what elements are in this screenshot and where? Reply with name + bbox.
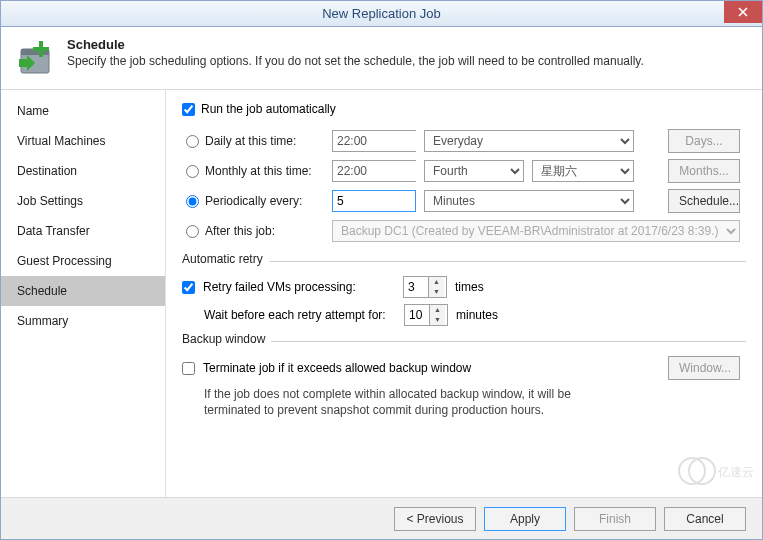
months-button[interactable]: Months...: [668, 159, 740, 183]
cancel-button[interactable]: Cancel: [664, 507, 746, 531]
run-auto-checkbox[interactable]: [182, 103, 195, 116]
retry-wait-input[interactable]: [405, 305, 429, 325]
sidebar: NameVirtual MachinesDestinationJob Setti…: [1, 90, 166, 497]
bw-checkbox[interactable]: [182, 362, 195, 375]
after-radio[interactable]: [186, 225, 199, 238]
days-button[interactable]: Days...: [668, 129, 740, 153]
retry-checkbox[interactable]: [182, 281, 195, 294]
monthly-dow-select[interactable]: 星期六: [532, 160, 634, 182]
dialog-window: New Replication Job Schedule Specify the…: [0, 0, 763, 540]
apply-button[interactable]: Apply: [484, 507, 566, 531]
previous-button[interactable]: < Previous: [394, 507, 476, 531]
retry-label: Retry failed VMs processing:: [203, 280, 395, 294]
close-icon: [738, 7, 748, 17]
spin-up[interactable]: ▲: [429, 277, 444, 287]
header-subtitle: Specify the job scheduling options. If y…: [67, 54, 644, 68]
bw-legend: Backup window: [182, 332, 265, 346]
bw-hint: If the job does not complete within allo…: [204, 386, 624, 418]
window-title: New Replication Job: [322, 6, 441, 21]
footer: < Previous Apply Finish Cancel: [1, 497, 762, 539]
spin-down[interactable]: ▼: [430, 315, 445, 325]
titlebar: New Replication Job: [1, 1, 762, 27]
main-panel: Run the job automatically Daily at this …: [166, 90, 762, 497]
sidebar-item-job-settings[interactable]: Job Settings: [1, 186, 165, 216]
close-button[interactable]: [724, 1, 762, 23]
periodic-radio[interactable]: [186, 195, 199, 208]
retry-wait-label: Wait before each retry attempt for:: [204, 308, 396, 322]
retry-legend: Automatic retry: [182, 252, 263, 266]
window-button[interactable]: Window...: [668, 356, 740, 380]
monthly-radio[interactable]: [186, 165, 199, 178]
sidebar-item-guest-processing[interactable]: Guest Processing: [1, 246, 165, 276]
header-title: Schedule: [67, 37, 644, 52]
sidebar-item-virtual-machines[interactable]: Virtual Machines: [1, 126, 165, 156]
schedule-icon: [15, 37, 57, 79]
daily-day-select[interactable]: Everyday: [424, 130, 634, 152]
sidebar-item-data-transfer[interactable]: Data Transfer: [1, 216, 165, 246]
finish-button[interactable]: Finish: [574, 507, 656, 531]
header: Schedule Specify the job scheduling opti…: [1, 27, 762, 90]
sidebar-item-summary[interactable]: Summary: [1, 306, 165, 336]
monthly-ord-select[interactable]: Fourth: [424, 160, 524, 182]
periodic-unit-select[interactable]: Minutes: [424, 190, 634, 212]
sidebar-item-schedule[interactable]: Schedule: [1, 276, 165, 306]
run-auto-label: Run the job automatically: [201, 102, 336, 116]
svg-rect-3: [33, 47, 49, 51]
periodic-value-input[interactable]: [332, 190, 416, 212]
bw-label: Terminate job if it exceeds allowed back…: [203, 361, 471, 375]
schedule-button[interactable]: Schedule...: [668, 189, 740, 213]
sidebar-item-name[interactable]: Name: [1, 96, 165, 126]
after-job-select[interactable]: Backup DC1 (Created by VEEAM-BR\Administ…: [332, 220, 740, 242]
retry-count-input[interactable]: [404, 277, 428, 297]
spin-down[interactable]: ▼: [429, 287, 444, 297]
sidebar-item-destination[interactable]: Destination: [1, 156, 165, 186]
daily-radio[interactable]: [186, 135, 199, 148]
spin-up[interactable]: ▲: [430, 305, 445, 315]
